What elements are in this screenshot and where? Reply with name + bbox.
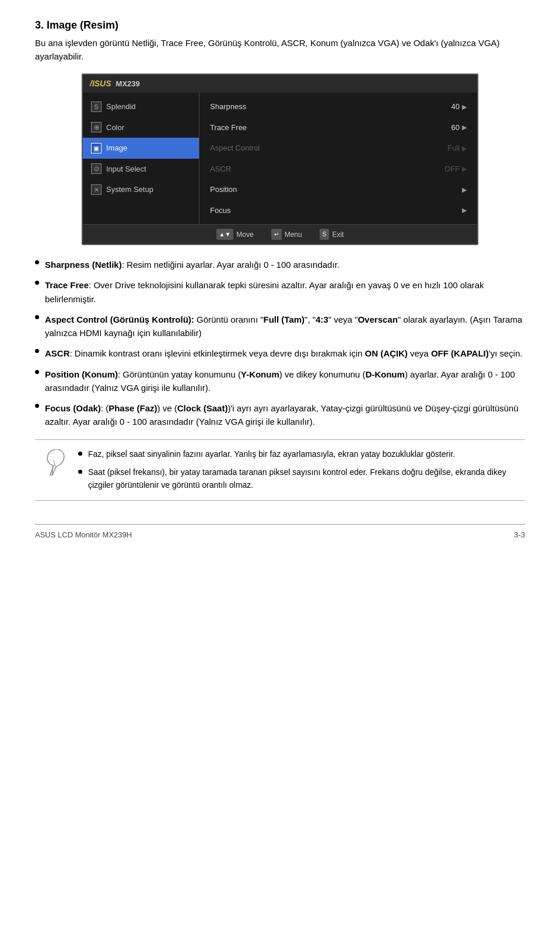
- trace-free-value: 60 ▶: [452, 122, 467, 134]
- color-label: Color: [106, 122, 124, 134]
- aspect-control-text: Aspect Control (Görünüş Kontrolü): Görün…: [45, 313, 525, 340]
- sharpness-text: Sharpness (Netlik): Resim netliğini ayar…: [45, 258, 340, 271]
- move-icon: ▲▼: [216, 229, 234, 240]
- setting-sharpness: Sharpness 40 ▶: [200, 96, 477, 117]
- footer-right: 3-3: [514, 529, 525, 541]
- aspect-control-value: Full ▶: [447, 142, 467, 154]
- position-value: ▶: [462, 185, 467, 195]
- bullet-aspect-control: Aspect Control (Görünüş Kontrolü): Görün…: [35, 313, 525, 340]
- input-select-icon: ⊙: [91, 163, 102, 174]
- note-content: Faz, piksel saat sinyalinin fazını ayarl…: [78, 448, 516, 492]
- note-box: Faz, piksel saat sinyalinin fazını ayarl…: [35, 439, 525, 501]
- sharpness-label: Sharpness: [210, 101, 246, 113]
- osd-model: MX239: [116, 78, 140, 90]
- bullet-dot: [35, 260, 39, 264]
- menu-icon: ↵: [271, 229, 282, 240]
- osd-monitor: /ISUS MX239 S Splendid ⊕ Color ▣ Image ⊙…: [82, 74, 478, 245]
- note-text-1: Faz, piksel saat sinyalinin fazını ayarl…: [88, 448, 455, 461]
- bullet-ascr: ASCR: Dinamik kontrast oranı işlevini et…: [35, 347, 525, 360]
- bullet-sharpness: Sharpness (Netlik): Resim netliğini ayar…: [35, 258, 525, 271]
- footer-left: ASUS LCD Monitör MX239H: [35, 529, 132, 541]
- note-feather-icon: [44, 449, 68, 484]
- osd-menu-image[interactable]: ▣ Image: [83, 138, 199, 159]
- osd-menu-color[interactable]: ⊕ Color: [83, 117, 199, 138]
- splendid-label: Splendid: [106, 101, 136, 113]
- splendid-icon: S: [91, 102, 102, 112]
- exit-icon: S: [320, 229, 330, 240]
- note-dot-2: [78, 470, 82, 474]
- focus-arrow: ▶: [462, 205, 467, 215]
- bullet-dot: [35, 315, 39, 319]
- aspect-control-label: Aspect Control: [210, 142, 260, 154]
- input-select-label: Input Select: [106, 163, 146, 175]
- note-item-1: Faz, piksel saat sinyalinin fazını ayarl…: [78, 448, 516, 461]
- system-setup-icon: ✕: [91, 184, 102, 195]
- ascr-value: OFF ▶: [444, 163, 467, 175]
- section-intro: Bu ana işlevden görüntü Netliği, Trace F…: [35, 37, 525, 63]
- section-number: 3.: [35, 19, 44, 31]
- setting-trace-free: Trace Free 60 ▶: [200, 117, 477, 138]
- feature-list: Sharpness (Netlik): Resim netliğini ayar…: [35, 258, 525, 429]
- sharpness-value: 40 ▶: [452, 101, 467, 113]
- note-item-2: Saat (piksel frekansı), bir yatay tarama…: [78, 466, 516, 491]
- osd-body: S Splendid ⊕ Color ▣ Image ⊙ Input Selec…: [83, 93, 477, 224]
- focus-label: Focus: [210, 205, 230, 216]
- osd-menu-input-select[interactable]: ⊙ Input Select: [83, 159, 199, 180]
- bullet-position: Position (Konum): Görüntünün yatay konum…: [35, 368, 525, 395]
- bullet-dot: [35, 370, 39, 374]
- section-heading: 3. Image (Resim) Bu ana işlevden görüntü…: [35, 18, 525, 63]
- menu-label: Menu: [285, 229, 302, 240]
- osd-menu-splendid[interactable]: S Splendid: [83, 96, 199, 117]
- exit-label: Exit: [332, 229, 344, 240]
- position-text: Position (Konum): Görüntünün yatay konum…: [45, 368, 525, 395]
- trace-free-text: Trace Free: Over Drive teknolojisini kul…: [45, 278, 525, 306]
- image-icon: ▣: [91, 143, 102, 153]
- osd-bottom-bar: ▲▼ Move ↵ Menu S Exit: [83, 224, 477, 244]
- bullet-dot: [35, 404, 39, 408]
- focus-value: ▶: [462, 205, 467, 215]
- note-dot-1: [78, 452, 82, 456]
- position-arrow: ▶: [462, 185, 467, 195]
- note-text-2: Saat (piksel frekansı), bir yatay tarama…: [88, 466, 516, 491]
- focus-text: Focus (Odak): (Phase (Faz)) ve (Clock (S…: [45, 401, 525, 429]
- aspect-control-arrow: ▶: [462, 144, 467, 153]
- osd-bottom-move: ▲▼ Move: [216, 229, 254, 240]
- osd-brand: /ISUS: [90, 78, 111, 90]
- section-title: Image (Resim): [47, 19, 118, 31]
- image-label: Image: [106, 142, 127, 154]
- osd-bottom-exit: S Exit: [320, 229, 344, 240]
- bullet-focus: Focus (Odak): (Phase (Faz)) ve (Clock (S…: [35, 401, 525, 429]
- ascr-arrow: ▶: [462, 164, 467, 174]
- move-label: Move: [236, 229, 253, 240]
- bullet-dot: [35, 281, 39, 285]
- osd-menu-system-setup[interactable]: ✕ System Setup: [83, 179, 199, 200]
- osd-title-bar: /ISUS MX239: [83, 75, 477, 93]
- setting-aspect-control: Aspect Control Full ▶: [200, 138, 477, 159]
- setting-position: Position ▶: [200, 179, 477, 200]
- sharpness-arrow: ▶: [462, 102, 467, 112]
- setting-focus: Focus ▶: [200, 200, 477, 221]
- bullet-dot: [35, 349, 39, 353]
- setting-ascr: ASCR OFF ▶: [200, 159, 477, 180]
- system-setup-label: System Setup: [106, 184, 153, 195]
- osd-left-menu: S Splendid ⊕ Color ▣ Image ⊙ Input Selec…: [83, 93, 200, 224]
- color-icon: ⊕: [91, 122, 102, 132]
- ascr-label: ASCR: [210, 163, 231, 175]
- osd-right-panel: Sharpness 40 ▶ Trace Free 60 ▶ Aspect Co…: [200, 93, 477, 224]
- position-label: Position: [210, 184, 237, 195]
- trace-free-label: Trace Free: [210, 122, 247, 134]
- osd-bottom-menu: ↵ Menu: [271, 229, 302, 240]
- bullet-trace-free: Trace Free: Over Drive teknolojisini kul…: [35, 278, 525, 306]
- trace-free-arrow: ▶: [462, 123, 467, 132]
- page-footer: ASUS LCD Monitör MX239H 3-3: [35, 524, 525, 541]
- ascr-text: ASCR: Dinamik kontrast oranı işlevini et…: [45, 347, 523, 360]
